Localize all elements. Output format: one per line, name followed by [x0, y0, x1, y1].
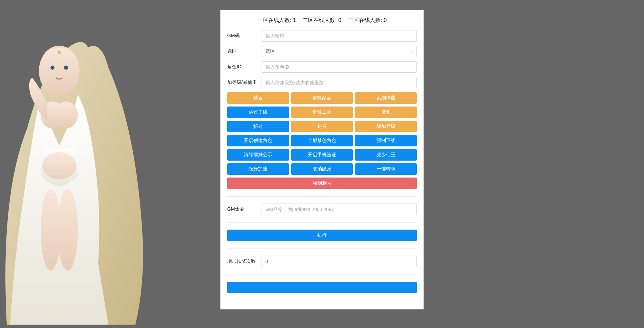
svg-point-2 [64, 66, 68, 70]
online-stats: 一区在线人数: 1 二区在线人数: 0 三区在线人数: 0 [227, 17, 417, 24]
execute-button[interactable]: 执行 [227, 230, 417, 241]
character-illustration [0, 27, 146, 325]
svg-point-5 [42, 152, 76, 179]
onekey-jobchange-button[interactable]: 一键转职 [355, 163, 417, 175]
level-jade-label: 加等级/减仙玉 [227, 79, 261, 86]
level-jade-input[interactable] [261, 77, 417, 88]
divider [227, 222, 417, 223]
skip-mainline-button[interactable]: 跳过主线 [227, 107, 289, 118]
clear-bag-button[interactable]: 清包 [355, 107, 417, 118]
unban-button[interactable]: 解封 [227, 121, 289, 132]
admin-panel: 一区在线人数: 1 二区在线人数: 0 三区在线人数: 0 GM码 选区 选区 … [220, 10, 424, 309]
cancel-stealth-button[interactable]: 取消隐身 [291, 163, 353, 175]
chevron-down-icon: ⌄ [409, 49, 413, 54]
stealth-speed-button[interactable]: 隐身加速 [227, 163, 289, 175]
zone2-online: 二区在线人数: 0 [303, 17, 343, 23]
lottery-count-input[interactable] [261, 256, 417, 267]
gm-code-input[interactable] [261, 30, 417, 42]
divider [227, 275, 417, 275]
clear-stall-notice-button[interactable]: 清除摆摊公示 [227, 149, 289, 161]
zone-select[interactable]: 选区 [261, 46, 417, 57]
reduce-jade-button[interactable]: 减少仙玉 [355, 149, 417, 161]
gm-command-input[interactable] [261, 204, 417, 215]
svg-point-8 [58, 51, 61, 54]
role-id-label: 角色ID [227, 64, 261, 70]
svg-point-4 [54, 101, 78, 128]
svg-point-3 [41, 101, 64, 128]
mute-button[interactable]: 禁言 [227, 92, 289, 104]
zone-label: 选区 [227, 48, 261, 54]
svg-point-6 [41, 189, 61, 271]
gm-command-label: GM命令 [227, 206, 261, 212]
lottery-count-label: 增加抽奖次数 [227, 258, 261, 264]
disable-create-role-button[interactable]: 全服禁创角色 [291, 135, 353, 146]
svg-point-0 [39, 46, 80, 96]
planner-artifact-button[interactable]: 策划神器 [355, 92, 417, 104]
disband-guild-button[interactable]: 解散工会 [291, 107, 353, 118]
add-level-button[interactable]: 增加等级 [355, 121, 417, 132]
svg-point-7 [58, 189, 78, 271]
gm-code-label: GM码 [227, 33, 261, 39]
zone3-online: 三区在线人数: 0 [348, 17, 387, 23]
divider [227, 196, 417, 197]
force-offline-button[interactable]: 强制下线 [355, 135, 417, 146]
force-delete-account-button[interactable]: 强制删号 [227, 178, 417, 189]
svg-point-1 [50, 66, 55, 70]
enable-create-role-button[interactable]: 开启创建角色 [227, 135, 289, 146]
zone1-online: 一区在线人数: 1 [257, 17, 297, 23]
divider [227, 249, 417, 249]
lottery-execute-button[interactable] [227, 282, 417, 293]
unmute-button[interactable]: 解除禁言 [291, 92, 353, 104]
role-id-input[interactable] [261, 61, 417, 73]
enable-phone-verify-button[interactable]: 开启手机验证 [291, 149, 353, 161]
ban-button[interactable]: 封号 [291, 121, 353, 132]
